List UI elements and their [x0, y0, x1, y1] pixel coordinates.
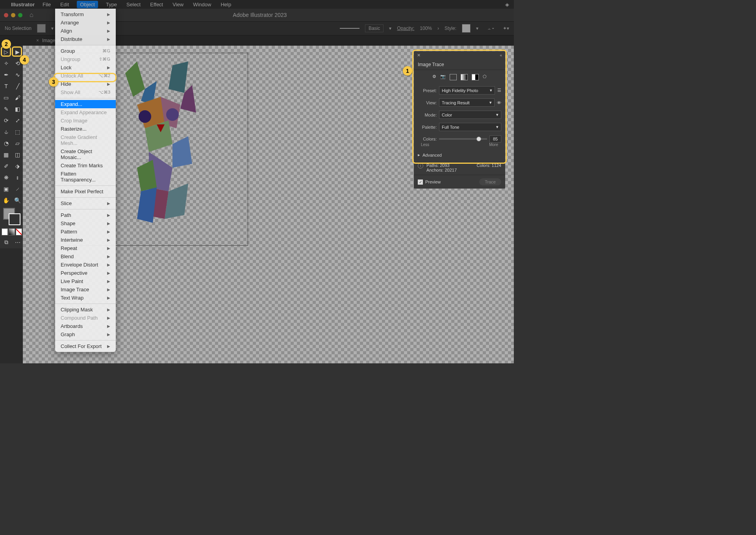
svg-marker-2 — [169, 61, 188, 93]
shape-builder-tool[interactable]: ◔ — [1, 138, 11, 148]
menu-item-arrange[interactable]: Arrange▶ — [55, 19, 116, 27]
minimize-window-button[interactable] — [11, 13, 15, 17]
shaper-tool[interactable]: ✎ — [1, 104, 11, 114]
rectangle-tool[interactable]: ▭ — [1, 92, 11, 103]
menu-item-transform[interactable]: Transform▶ — [55, 10, 116, 19]
rotate-tool[interactable]: ⟳ — [1, 115, 11, 126]
magic-wand-tool[interactable]: ✧ — [1, 58, 11, 68]
preview-checkbox[interactable]: ✓ — [418, 180, 423, 185]
style-swatch[interactable] — [462, 24, 471, 33]
traced-image[interactable] — [102, 57, 220, 239]
transform-icon[interactable]: ✦▾ — [503, 26, 509, 31]
curvature-tool[interactable]: ∿ — [12, 69, 23, 80]
menu-item-expand-appearance: Expand Appearance — [55, 108, 116, 117]
chevron-right-icon[interactable]: › — [437, 26, 439, 31]
menu-item-live-paint[interactable]: Live Paint▶ — [55, 277, 116, 285]
artboard-tool[interactable]: ▣ — [1, 183, 11, 194]
menu-item-path[interactable]: Path▶ — [55, 211, 116, 219]
type-tool[interactable]: T — [1, 81, 11, 91]
trace-button[interactable]: Trace — [479, 178, 501, 185]
eraser-tool[interactable]: ◧ — [12, 104, 23, 114]
hand-tool[interactable]: ✋ — [1, 195, 11, 205]
width-tool[interactable]: ⫝ — [1, 126, 11, 137]
menu-item-intertwine[interactable]: Intertwine▶ — [55, 236, 116, 244]
badge-1: 1 — [403, 66, 412, 76]
menu-item-group[interactable]: Group⌘G — [55, 47, 116, 55]
menu-item-expand-[interactable]: Expand... — [55, 100, 116, 108]
menu-item-show-all: Show All⌥⌘3 — [55, 88, 116, 96]
color-mode-row — [1, 228, 23, 236]
menu-item-shape[interactable]: Shape▶ — [55, 219, 116, 228]
menu-item-envelope-distort[interactable]: Envelope Distort▶ — [55, 261, 116, 269]
fill-stroke-control[interactable] — [1, 206, 23, 227]
svg-point-14 — [166, 108, 179, 121]
badge-2: 2 — [2, 39, 11, 49]
menu-edit[interactable]: Edit — [59, 1, 70, 8]
menu-object[interactable]: Object — [77, 1, 98, 8]
zoom-tool[interactable]: 🔍 — [12, 195, 23, 205]
menu-item-align[interactable]: Align▶ — [55, 27, 116, 35]
badge-4: 4 — [20, 55, 29, 65]
menu-item-create-trim-marks[interactable]: Create Trim Marks — [55, 161, 116, 170]
perspective-tool[interactable]: ▱ — [12, 138, 23, 148]
gradient-tool[interactable]: ◫ — [12, 149, 23, 160]
eyedropper-tool[interactable]: ✐ — [1, 161, 11, 171]
menu-item-repeat[interactable]: Repeat▶ — [55, 244, 116, 252]
stroke-style-select[interactable]: Basic — [365, 24, 384, 32]
align-icon[interactable]: ⫠▾ — [487, 26, 494, 31]
paintbrush-tool[interactable]: 🖌 — [12, 92, 23, 103]
menu-item-distribute[interactable]: Distribute▶ — [55, 35, 116, 43]
menu-item-perspective[interactable]: Perspective▶ — [55, 269, 116, 277]
blend-tool[interactable]: ⬗ — [12, 161, 23, 171]
menu-item-text-wrap[interactable]: Text Wrap▶ — [55, 294, 116, 302]
menu-view[interactable]: View — [171, 1, 185, 8]
tab-close-button[interactable]: × — [36, 38, 39, 43]
chevron-down-icon[interactable]: ▾ — [389, 26, 391, 31]
opacity-value[interactable]: 100% — [420, 26, 432, 31]
menu-type[interactable]: Type — [104, 1, 119, 8]
pen-tool[interactable]: ✒ — [1, 69, 11, 80]
menu-item-rasterize-[interactable]: Rasterize... — [55, 125, 116, 133]
app-name[interactable]: Illustrator — [11, 2, 35, 7]
menu-file[interactable]: File — [41, 1, 52, 8]
opacity-label[interactable]: Opacity: — [397, 26, 414, 31]
cc-icon[interactable]: ◈ — [505, 2, 509, 7]
menu-item-create-object-mosaic-[interactable]: Create Object Mosaic... — [55, 147, 116, 161]
svg-marker-12 — [137, 187, 157, 223]
menu-item-collect-for-export[interactable]: Collect For Export▶ — [55, 342, 116, 350]
menu-item-flatten-transparency-[interactable]: Flatten Transparency... — [55, 170, 116, 184]
menu-item-slice[interactable]: Slice▶ — [55, 199, 116, 207]
menu-item-lock[interactable]: Lock▶ — [55, 63, 116, 72]
maximize-window-button[interactable] — [18, 13, 22, 17]
chevron-down-icon[interactable]: ▾ — [476, 26, 478, 31]
menu-item-create-gradient-mesh-: Create Gradient Mesh... — [55, 133, 116, 147]
screen-mode-icon[interactable]: ⧉ — [1, 237, 11, 248]
line-tool[interactable]: ╱ — [12, 81, 23, 91]
solid-color-button[interactable] — [2, 228, 8, 235]
free-transform-tool[interactable]: ⬚ — [12, 126, 23, 137]
mesh-tool[interactable]: ▦ — [1, 149, 11, 160]
fill-swatch[interactable] — [37, 24, 46, 33]
none-color-button[interactable] — [16, 228, 22, 235]
gradient-button[interactable] — [9, 228, 15, 235]
chevron-down-icon[interactable]: ▾ — [51, 26, 54, 31]
graph-tool[interactable]: ⫾ — [12, 172, 23, 183]
menu-item-artboards[interactable]: Artboards▶ — [55, 322, 116, 330]
menu-item-make-pixel-perfect[interactable]: Make Pixel Perfect — [55, 187, 116, 196]
menu-help[interactable]: Help — [219, 1, 233, 8]
menu-select[interactable]: Select — [125, 1, 142, 8]
menu-item-image-trace[interactable]: Image Trace▶ — [55, 285, 116, 294]
menu-item-pattern[interactable]: Pattern▶ — [55, 228, 116, 236]
scale-tool[interactable]: ⤢ — [12, 115, 23, 126]
menu-item-graph[interactable]: Graph▶ — [55, 330, 116, 339]
menu-item-clipping-mask[interactable]: Clipping Mask▶ — [55, 305, 116, 314]
menu-item-blend[interactable]: Blend▶ — [55, 252, 116, 261]
home-icon[interactable]: ⌂ — [30, 11, 33, 19]
close-window-button[interactable] — [4, 13, 8, 17]
traffic-lights — [4, 13, 22, 17]
edit-toolbar-icon[interactable]: ⋯ — [12, 237, 23, 248]
menu-effect[interactable]: Effect — [148, 1, 165, 8]
slice-tool[interactable]: ⟋ — [12, 183, 23, 194]
symbol-sprayer-tool[interactable]: ❋ — [1, 172, 11, 183]
menu-window[interactable]: Window — [191, 1, 213, 8]
